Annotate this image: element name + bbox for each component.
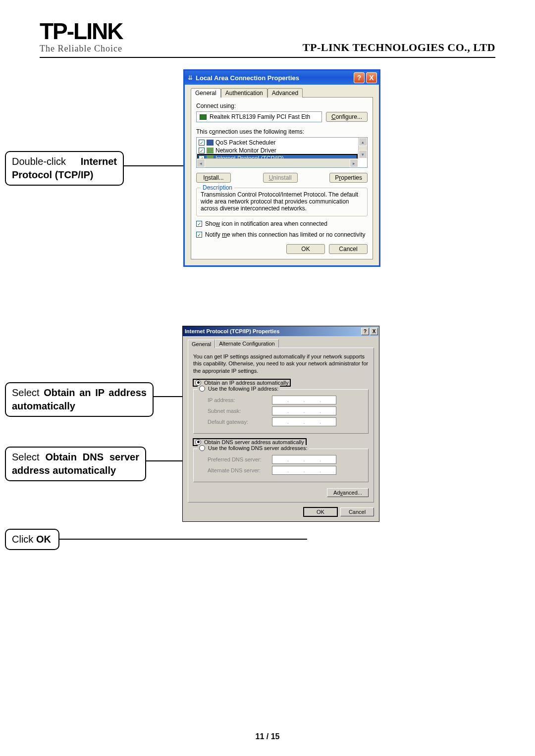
connector-4 <box>59 539 307 540</box>
radio-icon <box>195 439 201 445</box>
properties-button[interactable]: Properties <box>329 173 368 183</box>
callout-click-ok: Click OK <box>5 529 59 550</box>
show-icon-checkbox[interactable]: ✓ Show icon in notification area when co… <box>196 220 368 227</box>
ok-button[interactable]: OK <box>286 244 325 254</box>
tab-alternate[interactable]: Alternate Configuration <box>215 339 279 348</box>
description-text: Transmission Control Protocol/Internet P… <box>201 191 363 212</box>
tabs: General Alternate Configuration <box>188 339 374 348</box>
pref-dns-label: Preferred DNS server: <box>208 456 272 462</box>
ip-address-field: ... <box>272 396 336 404</box>
notify-checkbox[interactable]: ✓ Notify me when this connection has lim… <box>196 231 368 238</box>
items-listbox[interactable]: ✓ QoS Packet Scheduler ✓ Network Monitor… <box>196 137 368 168</box>
help-button[interactable]: ? <box>361 328 369 335</box>
nic-field[interactable]: Realtek RTL8139 Family PCI Fast Eth <box>196 111 322 122</box>
radio-dns-auto[interactable]: Obtain DNS server address automatically <box>193 439 306 446</box>
gateway-field: ... <box>272 417 336 426</box>
cancel-button[interactable]: Cancel <box>329 244 368 254</box>
scroll-left-icon[interactable]: ◂ <box>197 159 205 167</box>
ip-manual-group: Use the following IP address: IP address… <box>193 389 369 434</box>
intro-text: You can get IP settings assigned automat… <box>193 353 369 374</box>
items-label: This connection uses the following items… <box>196 128 368 135</box>
radio-icon <box>199 445 205 451</box>
service-icon <box>207 148 214 153</box>
dialog-lan-properties: ⇊ Local Area Connection Properties ? X G… <box>183 69 380 267</box>
radio-dns-manual[interactable]: Use the following DNS server addresses: <box>198 445 309 451</box>
checkbox-icon[interactable]: ✓ <box>199 148 205 153</box>
tabs: General Authentication Advanced <box>191 88 373 97</box>
scroll-down-icon[interactable]: ▾ <box>359 150 367 158</box>
tab-panel: Connect using: Realtek RTL8139 Family PC… <box>191 97 373 259</box>
titlebar-text: Local Area Connection Properties <box>196 74 352 82</box>
vertical-scrollbar[interactable]: ▴ ▾ <box>358 138 367 158</box>
radio-ip-auto[interactable]: Obtain an IP address automatically <box>193 379 290 386</box>
dialog-body: General Authentication Advanced Connect … <box>185 85 379 265</box>
description-group: Description Transmission Control Protoco… <box>196 188 368 216</box>
logo-tagline: The Reliable Choice <box>40 44 122 54</box>
pref-dns-field: ... <box>272 455 336 464</box>
tab-authentication[interactable]: Authentication <box>221 88 268 98</box>
cancel-button[interactable]: Cancel <box>340 507 374 516</box>
dialog-tcpip-properties: Internet Protocol (TCP/IP) Properties ? … <box>182 326 379 522</box>
callout-obtain-dns: Select Obtain DNS server address automat… <box>5 447 146 481</box>
titlebar-tcpip[interactable]: Internet Protocol (TCP/IP) Properties ? … <box>183 326 379 336</box>
callout1-pre: Double-click <box>12 156 81 167</box>
alt-dns-field: ... <box>272 466 336 475</box>
scroll-right-icon[interactable]: ▸ <box>350 159 358 167</box>
titlebar-lan[interactable]: ⇊ Local Area Connection Properties ? X <box>185 71 379 85</box>
nic-icon <box>200 114 207 120</box>
description-legend: Description <box>201 184 234 191</box>
item-qos[interactable]: ✓ QoS Packet Scheduler <box>198 139 357 147</box>
page-header: TP-LINK The Reliable Choice TP-LINK TECH… <box>40 20 495 58</box>
dns-manual-group: Use the following DNS server addresses: … <box>193 449 369 482</box>
radio-icon <box>195 380 201 386</box>
tab-panel: You can get IP settings assigned automat… <box>188 348 374 503</box>
radio-ip-manual[interactable]: Use the following IP address: <box>198 386 280 392</box>
install-button[interactable]: Install... <box>196 173 231 183</box>
alt-dns-label: Alternate DNS server: <box>208 467 272 473</box>
horizontal-scrollbar[interactable]: ◂ ▸ <box>197 158 358 167</box>
titlebar-text: Internet Protocol (TCP/IP) Properties <box>185 328 360 334</box>
subnet-field: ... <box>272 406 336 415</box>
logo-text: TP-LINK <box>40 20 122 43</box>
scroll-up-icon[interactable]: ▴ <box>359 138 367 146</box>
advanced-button[interactable]: Advanced... <box>327 488 369 497</box>
tab-general[interactable]: General <box>191 88 221 98</box>
close-button[interactable]: X <box>366 72 377 83</box>
checkbox-icon[interactable]: ✓ <box>196 221 202 227</box>
gateway-label: Default gateway: <box>208 419 272 425</box>
ip-address-label: IP address: <box>208 397 272 403</box>
uninstall-button: Uninstall <box>263 173 298 183</box>
ok-button[interactable]: OK <box>304 507 337 516</box>
checkbox-icon[interactable]: ✓ <box>199 140 205 146</box>
checkbox-icon[interactable]: ✓ <box>196 232 202 238</box>
subnet-label: Subnet mask: <box>208 408 272 414</box>
titlebar-icon: ⇊ <box>188 74 193 81</box>
tab-advanced[interactable]: Advanced <box>268 88 303 98</box>
callout-double-click-tcpip: Double-click Internet Protocol (TCP/IP) <box>5 151 124 186</box>
connect-using-label: Connect using: <box>196 102 368 109</box>
item-nmd[interactable]: ✓ Network Monitor Driver <box>198 147 357 154</box>
callout-obtain-ip: Select Obtain an IP address automaticall… <box>5 382 154 417</box>
nic-name: Realtek RTL8139 Family PCI Fast Eth <box>210 113 310 120</box>
service-icon <box>207 140 214 146</box>
company-name: TP-LINK TECHNOLOGIES CO., LTD <box>303 41 495 54</box>
close-button[interactable]: X <box>370 328 378 335</box>
configure-button[interactable]: Configure... <box>326 112 368 122</box>
page-number: 11 / 15 <box>0 732 535 741</box>
tab-general[interactable]: General <box>188 340 215 348</box>
help-button[interactable]: ? <box>354 72 365 83</box>
logo-block: TP-LINK The Reliable Choice <box>40 20 122 54</box>
radio-icon <box>199 386 205 392</box>
